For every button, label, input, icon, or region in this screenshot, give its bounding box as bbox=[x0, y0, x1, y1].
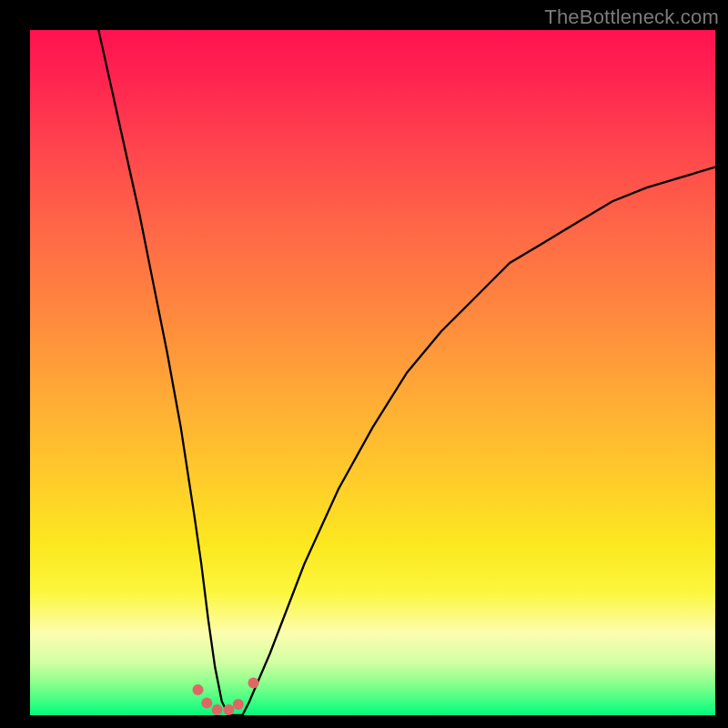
chart-frame: TheBottleneck.com bbox=[0, 0, 728, 728]
curve-marker bbox=[201, 697, 212, 708]
curve-marker bbox=[212, 704, 223, 715]
curve-marker bbox=[248, 678, 259, 689]
bottleneck-curve bbox=[98, 30, 715, 715]
curve-marker bbox=[223, 704, 234, 715]
watermark-text: TheBottleneck.com bbox=[544, 5, 719, 29]
plot-area bbox=[30, 30, 715, 715]
curve-marker bbox=[193, 684, 204, 695]
curve-marker bbox=[233, 699, 244, 710]
bottleneck-curve-svg bbox=[30, 30, 715, 715]
curve-markers bbox=[193, 678, 259, 715]
